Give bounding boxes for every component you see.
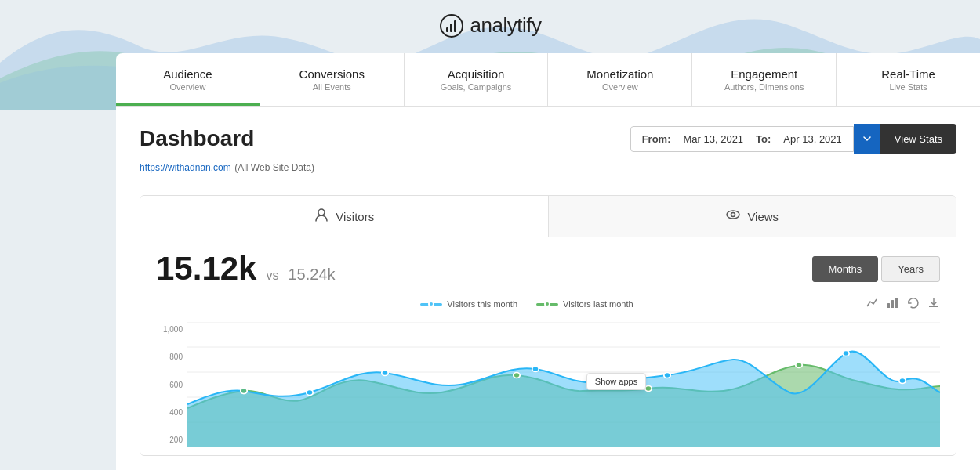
panel-tab-views[interactable]: Views xyxy=(549,196,956,237)
logo-bar: analytify xyxy=(0,0,980,51)
svg-rect-1 xyxy=(446,27,448,32)
date-from-label: From: xyxy=(642,133,671,145)
tab-conversions[interactable]: Conversions All Events xyxy=(260,53,405,106)
svg-rect-8 xyxy=(891,300,894,308)
views-tab-label: Views xyxy=(747,210,779,223)
svg-point-5 xyxy=(727,211,739,219)
tab-audience[interactable]: Audience Overview xyxy=(116,53,260,106)
svg-rect-10 xyxy=(929,306,938,307)
main-value: 15.12k xyxy=(156,250,256,287)
tab-acquisition[interactable]: Acquisition Goals, Campaigns xyxy=(405,53,549,106)
stats-panel: Visitors Views 15.12k xyxy=(140,195,956,456)
svg-point-17 xyxy=(307,390,313,396)
y-label-800: 800 xyxy=(156,352,187,361)
tab-realtime[interactable]: Real-Time Live Stats xyxy=(837,53,980,106)
svg-point-24 xyxy=(514,373,520,378)
visitors-tab-label: Visitors xyxy=(336,210,374,223)
svg-rect-3 xyxy=(454,20,456,32)
line-chart-icon[interactable] xyxy=(866,297,879,313)
analytify-logo-icon xyxy=(439,13,464,38)
date-controls: From: Mar 13, 2021 To: Apr 13, 2021 View… xyxy=(630,124,956,154)
svg-rect-7 xyxy=(887,303,890,308)
legend-this-month: Visitors this month xyxy=(420,299,517,309)
svg-point-26 xyxy=(796,363,802,368)
svg-rect-2 xyxy=(450,24,452,32)
bar-chart-icon[interactable] xyxy=(887,297,899,313)
date-dropdown-button[interactable] xyxy=(854,124,880,154)
svg-point-23 xyxy=(241,389,247,394)
y-axis: 200 400 600 800 1,000 xyxy=(156,322,187,447)
compare-value: 15.24k xyxy=(288,266,335,284)
chevron-down-icon xyxy=(863,135,871,143)
dashboard-header: Dashboard From: Mar 13, 2021 To: Apr 13,… xyxy=(140,124,956,154)
panel-body: 15.12k vs 15.24k Months Years xyxy=(140,237,956,455)
refresh-icon[interactable] xyxy=(907,297,920,313)
site-link[interactable]: https://withadnan.com xyxy=(140,162,231,173)
view-stats-button[interactable]: View Stats xyxy=(880,124,956,154)
months-toggle[interactable]: Months xyxy=(812,256,879,282)
views-icon xyxy=(725,207,741,226)
years-toggle[interactable]: Years xyxy=(881,256,940,282)
legend-last-month: Visitors last month xyxy=(536,299,633,309)
chart-svg-area: Show apps xyxy=(187,322,940,447)
panel-tab-visitors[interactable]: Visitors xyxy=(140,196,549,237)
svg-point-18 xyxy=(382,371,388,376)
y-label-200: 200 xyxy=(156,436,187,444)
svg-point-22 xyxy=(899,378,906,384)
svg-point-25 xyxy=(645,386,652,392)
stats-row: 15.12k vs 15.24k Months Years xyxy=(156,250,940,287)
y-label-400: 400 xyxy=(156,408,187,417)
visitors-icon xyxy=(314,207,329,226)
site-info: https://withadnan.com (All Web Site Data… xyxy=(140,160,956,186)
page-title: Dashboard xyxy=(140,126,254,151)
svg-point-19 xyxy=(532,367,539,372)
y-label-600: 600 xyxy=(156,381,187,389)
panel-tabs: Visitors Views xyxy=(140,196,956,237)
date-to-value: Apr 13, 2021 xyxy=(783,133,841,145)
legend-icons-row: Visitors this month Visitors last month xyxy=(156,297,940,317)
svg-rect-9 xyxy=(895,298,898,308)
date-range-box[interactable]: From: Mar 13, 2021 To: Apr 13, 2021 xyxy=(630,126,854,152)
legend-this-month-label: Visitors this month xyxy=(447,299,517,309)
main-panel: Audience Overview Conversions All Events… xyxy=(116,53,980,470)
svg-point-20 xyxy=(664,373,670,378)
y-label-1000: 1,000 xyxy=(156,325,187,334)
svg-point-21 xyxy=(843,351,849,356)
main-stat: 15.12k vs 15.24k xyxy=(156,250,336,287)
content-area: Dashboard From: Mar 13, 2021 To: Apr 13,… xyxy=(116,107,980,456)
date-to-label: To: xyxy=(756,133,771,145)
toggle-group: Months Years xyxy=(812,256,940,282)
chart-container: 200 400 600 800 1,000 xyxy=(156,322,940,447)
tab-engagement[interactable]: Engagement Authors, Dimensions xyxy=(692,53,837,106)
svg-point-4 xyxy=(318,209,325,215)
logo-text: analytify xyxy=(470,13,542,38)
vs-text: vs xyxy=(266,269,278,283)
site-label: (All Web Site Data) xyxy=(234,162,314,173)
legend-last-month-label: Visitors last month xyxy=(563,299,633,309)
date-from-value: Mar 13, 2021 xyxy=(684,133,744,145)
download-icon[interactable] xyxy=(927,297,940,313)
chart-legend: Visitors this month Visitors last month xyxy=(420,299,633,309)
tab-monetization[interactable]: Monetization Overview xyxy=(548,53,692,106)
nav-tabs: Audience Overview Conversions All Events… xyxy=(116,53,980,107)
chart-icons-row xyxy=(866,297,940,313)
svg-point-6 xyxy=(731,213,735,217)
